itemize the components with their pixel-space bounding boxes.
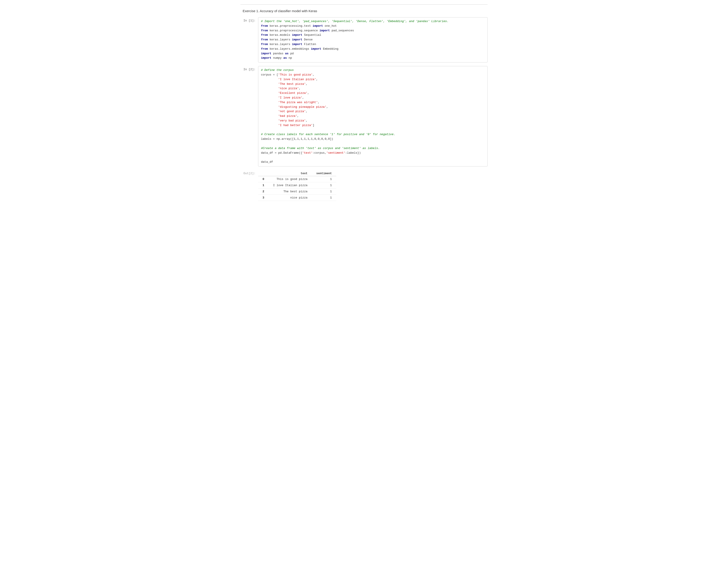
dataframe-table: text sentiment 0 This is good pizza 1 1 … [258, 171, 336, 201]
kw-from-1: from [261, 24, 268, 28]
kw-import-6: import [311, 47, 321, 51]
name-4: Dense [304, 38, 313, 41]
kw-as-1: as [285, 52, 289, 55]
module-7: pandas [273, 52, 283, 55]
module-1: keras.preprocessing.text [270, 24, 311, 28]
cell-text: nice pizza [269, 194, 312, 201]
cell-index: 2 [258, 188, 269, 194]
cell-sentiment: 1 [312, 194, 336, 201]
corpus-def: corpus = ['This is good pizza', [261, 73, 314, 76]
cell-index: 3 [258, 194, 269, 201]
comment-labels: # Create class labels for each sentence … [261, 133, 395, 136]
cell-content-in2[interactable]: # Define the corpus corpus = ['This is g… [258, 66, 488, 166]
module-3: keras.models [270, 33, 290, 37]
name-1: one_hot [325, 24, 337, 28]
corpus-item-9: 'bad pizza', [261, 114, 299, 118]
module-4: keras.layers [270, 38, 290, 41]
kw-import-1: import [313, 24, 323, 28]
kw-from-2: from [261, 29, 268, 32]
kw-from-3: from [261, 33, 268, 37]
cell-label-in1: In [1]: [240, 17, 258, 22]
comment-import-header: # Import the 'one_hot', 'pad_sequences',… [261, 20, 448, 23]
alias-1: pd [290, 52, 294, 55]
kw-from-5: from [261, 43, 268, 46]
corpus-item-10: 'very bad pizza', [261, 119, 308, 122]
corpus-item-4: 'Excellent pizza', [261, 91, 309, 95]
name-6: Embedding [323, 47, 338, 51]
notebook-title: Exercise 1. Accuracy of classifier model… [240, 9, 488, 13]
corpus-item-5: 'I love pizza', [261, 96, 304, 99]
comment-dataframe: #Create a data frame with 'text' as corp… [261, 147, 380, 150]
corpus-item-1: 'I love Italian pizza', [261, 78, 318, 81]
table-row: 2 The best pizza 1 [258, 188, 336, 194]
top-border [240, 4, 488, 5]
alias-2: np [289, 56, 292, 60]
corpus-item-2: 'The best pizza', [261, 82, 308, 86]
cell-sentiment: 1 [312, 188, 336, 194]
corpus-item-7: 'disgusting pineapple pizza', [261, 105, 328, 109]
module-2: keras.preprocessing.sequence [270, 29, 318, 32]
dataframe-def: data_df = pd.DataFrame({'text':corpus,'s… [261, 151, 361, 154]
cell-sentiment: 1 [312, 182, 336, 188]
cell-in2: In [2]: # Define the corpus corpus = ['T… [240, 66, 488, 166]
cell-content-in1[interactable]: # Import the 'one_hot', 'pad_sequences',… [258, 17, 488, 62]
name-2: pad_sequences [332, 29, 354, 32]
cell-text: I love Italian pizza [269, 182, 312, 188]
table-row: 1 I love Italian pizza 1 [258, 182, 336, 188]
corpus-item-6: 'The pizza was alright', [261, 101, 319, 104]
labels-def: labels = np.array([1,1,1,1,1,1,0,0,0,0,0… [261, 137, 333, 141]
cell-text: The best pizza [269, 188, 312, 194]
output-label-2: Out[2]: [240, 170, 258, 175]
name-3: Sequential [304, 33, 321, 37]
comment-corpus: # Define the corpus [261, 68, 294, 72]
table-row: 3 nice pizza 1 [258, 194, 336, 201]
kw-as-2: as [283, 56, 287, 60]
kw-import-3: import [292, 33, 302, 37]
corpus-item-3: 'nice pizza', [261, 87, 300, 90]
cell-index: 0 [258, 176, 269, 182]
output-cell-2: Out[2]: text sentiment 0 This is good pi… [240, 170, 488, 201]
col-header-sentiment: sentiment [312, 171, 336, 176]
table-row: 0 This is good pizza 1 [258, 176, 336, 182]
module-5: keras.layers [270, 43, 290, 46]
kw-import-8: import [261, 56, 271, 60]
cell-text: This is good pizza [269, 176, 312, 182]
name-5: Flatten [304, 43, 316, 46]
col-header-index [258, 171, 269, 176]
cell-in1: In [1]: # Import the 'one_hot', 'pad_seq… [240, 17, 488, 62]
kw-import-2: import [319, 29, 330, 32]
module-6: keras.layers.embeddings [270, 47, 309, 51]
data-df-display: data_df [261, 160, 273, 164]
corpus-item-11: 'I had better pizza'] [261, 124, 314, 127]
cell-sentiment: 1 [312, 176, 336, 182]
cell-label-in2: In [2]: [240, 66, 258, 71]
kw-import-7: import [261, 52, 271, 55]
col-header-text: text [269, 171, 312, 176]
table-header-row: text sentiment [258, 171, 336, 176]
module-8: numpy [273, 56, 282, 60]
output-content-2: text sentiment 0 This is good pizza 1 1 … [258, 170, 488, 201]
cell-index: 1 [258, 182, 269, 188]
kw-import-4: import [292, 38, 302, 41]
kw-from-6: from [261, 47, 268, 51]
corpus-item-8: 'not good pizza', [261, 110, 308, 113]
kw-import-5: import [292, 43, 302, 46]
kw-from-4: from [261, 38, 268, 41]
notebook: Exercise 1. Accuracy of classifier model… [232, 4, 496, 201]
